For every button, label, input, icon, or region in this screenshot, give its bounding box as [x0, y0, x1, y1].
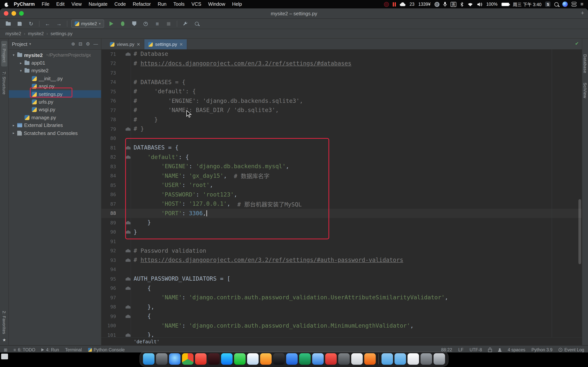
line-number[interactable]: 84 [104, 173, 116, 179]
dock-icon-finder[interactable] [143, 353, 155, 365]
line-number[interactable]: 81 [104, 145, 116, 151]
dock-icon-chrome[interactable] [182, 353, 193, 365]
dock-icon-app-light[interactable] [247, 353, 259, 365]
code-text[interactable]: } [130, 227, 137, 237]
dock-icon-app-gray[interactable] [338, 353, 350, 365]
menubar-app-icon[interactable] [384, 2, 389, 7]
dock-icon-app-orange[interactable] [260, 353, 272, 365]
line-number[interactable]: 72 [104, 61, 116, 66]
code-text[interactable]: 'ENGINE': 'django.db.backends.mysql', [130, 162, 289, 171]
code-line-76[interactable]: 76# 'ENGINE': 'django.db.backends.sqlite… [102, 96, 582, 106]
line-number[interactable]: 83 [104, 164, 116, 169]
tab-settings-py[interactable]: settings.py ✕ [144, 39, 187, 49]
code-text[interactable]: AUTH_PASSWORD_VALIDATORS = [ [130, 274, 230, 284]
line-number[interactable]: 98 [104, 304, 116, 310]
code-text[interactable]: 'PORT': 3306, [130, 209, 207, 218]
code-line-90[interactable]: 90} [102, 227, 582, 237]
dock-icon-folder-documents[interactable] [395, 353, 406, 365]
code-line-71[interactable]: 71# Database [102, 49, 582, 59]
status-4-run[interactable]: 4: Run [41, 348, 59, 352]
toolwindow-sciview-button[interactable]: SciView [582, 80, 588, 102]
at-badge-icon[interactable]: @ [434, 2, 439, 7]
tree-item-mysite2[interactable]: ▾mysite2~/PycharmProjects/gx [9, 51, 101, 59]
menu-file[interactable]: File [38, 1, 53, 7]
dock-icon-app-dark-red[interactable] [208, 353, 220, 365]
sync-icon[interactable]: ↻ [27, 20, 35, 27]
fold-marker-icon[interactable] [126, 221, 130, 225]
fold-marker-icon[interactable] [126, 52, 130, 56]
line-number[interactable]: 76 [104, 98, 116, 104]
line-number[interactable]: 79 [104, 126, 116, 132]
line-number[interactable]: 95 [104, 276, 116, 282]
code-text[interactable]: # } [130, 124, 144, 133]
code-line-89[interactable]: 89 } [102, 218, 582, 227]
run-configuration-selector[interactable]: mysite2▾ [71, 19, 104, 28]
open-folder-icon[interactable] [4, 20, 12, 27]
code-line-75[interactable]: 75# 'default': { [102, 87, 582, 96]
code-text[interactable]: { [130, 284, 151, 293]
code-line-78[interactable]: 78# } [102, 115, 582, 124]
code-line-82[interactable]: 82 'default': { [102, 152, 582, 162]
toolwindow-project-button[interactable]: 1: Project [1, 41, 7, 67]
run-icon[interactable] [107, 20, 116, 27]
line-number[interactable]: 92 [104, 248, 116, 254]
inspections-profile-icon[interactable] [498, 348, 502, 351]
status-6-todo[interactable]: ≡6: TODO [13, 348, 35, 352]
dock-icon-app-gray-2[interactable] [421, 353, 432, 365]
dock-icon-app-black[interactable] [273, 353, 285, 365]
dock-icon-app-blue[interactable] [286, 353, 298, 365]
notification-center-icon[interactable]: ≡ [580, 2, 583, 6]
code-line-73[interactable]: 73 [102, 68, 582, 77]
code-line-79[interactable]: 79# } [102, 124, 582, 133]
line-number[interactable]: 77 [104, 108, 116, 113]
breadcrumb-item[interactable]: mysite2 [28, 31, 44, 36]
dock-icon-tencent-meeting[interactable] [221, 353, 233, 365]
code-text[interactable]: { [130, 312, 151, 321]
tree-item-wsgi-py[interactable]: wsgi.py [9, 106, 101, 114]
code-text[interactable] [130, 133, 134, 143]
toolwindow-structure-button[interactable]: 7: Structure [1, 69, 7, 99]
menu-navigate[interactable]: Navigate [85, 1, 111, 7]
code-text[interactable]: DATABASES = { [130, 143, 179, 152]
sogou-input-icon[interactable]: S [545, 1, 551, 7]
toolwindow-database-button[interactable]: Database [582, 52, 588, 77]
tree-item-app01[interactable]: ▸app01 [9, 59, 101, 67]
collapse-all-icon[interactable]: ⊟ [78, 41, 82, 47]
fold-marker-icon[interactable] [126, 305, 130, 309]
dock-icon-app-gray-globe[interactable] [156, 353, 167, 365]
app-menu-pycharm[interactable]: PyCharm [10, 1, 38, 7]
status-python-3-9[interactable]: Python 3.9 [531, 348, 552, 352]
code-line-96[interactable]: 96 { [102, 284, 582, 293]
code-text[interactable]: } [130, 218, 151, 227]
chevron-down-icon[interactable]: ▾ [19, 69, 23, 73]
fold-marker-icon[interactable] [126, 315, 130, 318]
chevron-down-icon[interactable]: ▾ [12, 53, 15, 57]
menu-code[interactable]: Code [111, 1, 130, 7]
tree-item--init-py[interactable]: __init__.py [9, 75, 101, 82]
line-number[interactable]: 101 [104, 332, 116, 337]
dock-icon-app-red[interactable] [195, 353, 207, 365]
code-line-92[interactable]: 92# Password validation [102, 246, 582, 255]
code-line-81[interactable]: 81DATABASES = { [102, 143, 582, 152]
code-text[interactable]: # 'ENGINE': 'django.db.backends.sqlite3'… [130, 96, 303, 106]
code-line-86[interactable]: 86 'PASSWORD': 'root123', [102, 190, 582, 199]
editor-scrollbar[interactable] [579, 199, 581, 264]
minimize-window-button[interactable] [11, 11, 16, 16]
line-number[interactable]: 88 [104, 210, 116, 216]
line-number[interactable]: 74 [104, 79, 116, 85]
code-text[interactable]: # DATABASES = { [130, 77, 185, 87]
dock-icon-app-orange-2[interactable] [364, 353, 376, 365]
breadcrumb-item[interactable]: mysite2 [5, 31, 21, 36]
forward-icon[interactable]: → [55, 20, 63, 27]
line-number[interactable]: 99 [104, 314, 116, 319]
line-number[interactable]: 87 [104, 201, 116, 207]
line-number[interactable]: 100 [104, 323, 116, 329]
code-text[interactable]: # Password validation [130, 246, 206, 255]
dock-icon-excel[interactable] [299, 353, 311, 365]
line-number[interactable]: 96 [104, 285, 116, 291]
code-text[interactable]: # https://docs.djangoproject.com/en/3.2/… [130, 255, 403, 265]
zoom-window-button[interactable] [19, 11, 24, 16]
badge-count[interactable]: 23 [410, 2, 415, 7]
inspections-ok-icon[interactable]: ✔ [575, 41, 579, 46]
code-line-80[interactable]: 80 [102, 133, 582, 143]
